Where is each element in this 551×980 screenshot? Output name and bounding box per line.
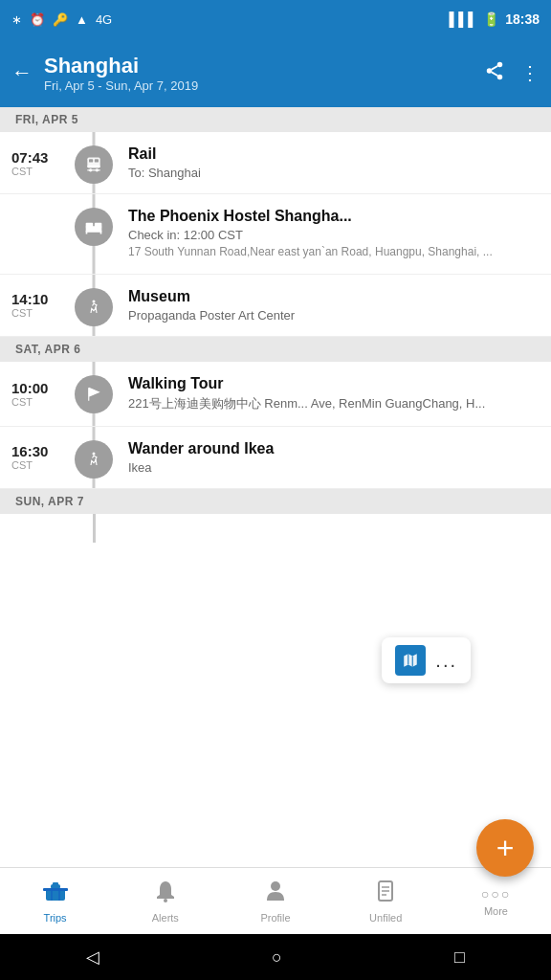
add-button[interactable]: + [476,819,534,877]
signal-icon: ▌▌▌ [449,11,477,27]
day-header-sat: SAT, APR 6 [0,337,551,362]
trips-icon [43,880,68,908]
app-bar-title-group: Shanghai Fri, Apr 5 - Sun, Apr 7, 2019 [44,54,484,93]
timeline-scroll-area[interactable]: FRI, APR 5 07:43 CST Rail To [0,107,551,867]
ikea-subtitle: Ikea [128,460,540,475]
svg-point-17 [93,300,96,302]
icon-col-museum [69,275,119,336]
bluetooth-icon: ∗ [11,12,22,27]
nav-item-more[interactable]: ○○○ More [441,868,551,934]
timeline-item-ikea[interactable]: 16:30 CST Wander around Ikea Ikea [0,427,551,489]
share-icon[interactable] [484,60,505,86]
back-sys-button[interactable]: ◁ [86,947,99,968]
svg-rect-7 [95,159,99,162]
bed-icon [75,208,113,246]
wifi-icon: ▲ [76,12,88,27]
4g-label: 4G [96,12,112,27]
svg-rect-13 [86,223,94,228]
walk-icon-ikea [75,440,113,479]
svg-point-27 [164,899,167,902]
svg-point-2 [497,74,503,79]
hostel-detail: 17 South Yunnan Road,Near east yan`an Ro… [128,244,540,260]
tz-walkingtour: CST [11,396,33,408]
hostel-subtitle: Check in: 12:00 CST [128,228,540,242]
timeline-item-walkingtour[interactable]: 10:00 CST Walking Tour 221号上海迪美购物中心 Renm… [0,362,551,427]
time-col-walkingtour: 10:00 CST [0,362,69,426]
status-icons: ∗ ⏰ 🔑 ▲ 4G [11,12,112,27]
ikea-title: Wander around Ikea [128,440,540,457]
flag-icon [75,375,113,413]
content-museum: Museum Propaganda Poster Art Center [119,275,551,336]
content-rail: Rail To: Shanghai [119,132,551,193]
recent-sys-button[interactable]: □ [454,947,465,968]
status-right: ▌▌▌ 🔋 18:38 [449,11,540,27]
bottom-nav: Trips Alerts Profile [0,867,551,934]
day-header-fri: FRI, APR 5 [0,107,551,132]
clock: 18:38 [505,11,540,27]
map-icon [395,645,426,676]
time-museum: 14:10 [11,291,48,307]
app-bar-title: Shanghai [44,54,484,78]
time-col-rail: 07:43 CST [0,132,69,193]
hostel-title: The Phoenix Hostel Shangha... [128,208,540,225]
alarm-icon: ⏰ [30,12,45,27]
profile-label: Profile [260,912,290,924]
unfiled-icon [375,880,396,908]
back-button[interactable]: ← [11,60,33,85]
walkingtour-subtitle: 221号上海迪美购物中心 Renm... Ave, RenMin GuangCh… [128,395,540,412]
content-walkingtour: Walking Tour 221号上海迪美购物中心 Renm... Ave, R… [119,362,551,426]
walk-icon-museum [75,288,113,326]
time-walkingtour: 10:00 [11,380,48,396]
battery-icon: 🔋 [483,11,499,27]
tz-rail: CST [11,166,33,177]
tz-ikea: CST [11,459,33,471]
icon-col-ikea [69,427,119,488]
more-icon[interactable]: ⋮ [520,61,540,84]
map-popup[interactable]: ... [382,637,471,683]
day-header-sun: SUN, APR 7 [0,489,551,514]
time-ikea: 16:30 [11,443,48,459]
nav-item-unfiled[interactable]: Unfiled [331,868,441,934]
more-nav-icon: ○○○ [481,886,511,902]
svg-rect-16 [100,231,102,234]
timeline-item-museum[interactable]: 14:10 CST Museum Propaganda Poster Art C… [0,275,551,337]
map-more-icon[interactable]: ... [435,650,457,672]
svg-point-28 [271,881,280,891]
svg-rect-8 [87,166,99,168]
icon-col-rail [69,132,119,193]
trips-label: Trips [44,912,67,924]
unfiled-label: Unfiled [369,912,402,924]
timeline-item-hostel[interactable]: The Phoenix Hostel Shangha... Check in: … [0,194,551,275]
more-label: More [484,905,508,917]
museum-subtitle: Propaganda Poster Art Center [128,308,540,323]
time-col-museum: 14:10 CST [0,275,69,336]
rail-title: Rail [128,145,540,163]
tz-museum: CST [11,307,33,319]
time-rail: 07:43 [11,149,48,166]
svg-line-3 [492,72,497,76]
rail-subtitle: To: Shanghai [128,166,540,180]
content-ikea: Wander around Ikea Ikea [119,427,551,488]
home-sys-button[interactable]: ○ [272,947,282,968]
train-icon [75,145,113,184]
system-nav-bar: ◁ ○ □ [0,934,551,980]
icon-col-walkingtour [69,362,119,426]
nav-item-alerts[interactable]: Alerts [110,868,220,934]
nav-item-trips[interactable]: Trips [0,868,110,934]
alerts-label: Alerts [152,912,179,924]
svg-rect-14 [95,223,102,228]
app-bar-actions: ⋮ [484,60,540,86]
svg-rect-6 [89,159,93,162]
status-bar: ∗ ⏰ 🔑 ▲ 4G ▌▌▌ 🔋 18:38 [0,0,551,38]
content-hostel: The Phoenix Hostel Shangha... Check in: … [119,194,551,274]
timeline-item-rail[interactable]: 07:43 CST Rail To: Shanghai [0,132,551,194]
svg-rect-23 [53,882,58,885]
app-bar-subtitle: Fri, Apr 5 - Sun, Apr 7, 2019 [44,78,484,93]
svg-point-0 [497,61,503,67]
museum-title: Museum [128,288,540,305]
alerts-icon [155,880,176,908]
vpn-icon: 🔑 [53,12,68,27]
svg-line-4 [492,65,497,69]
svg-rect-15 [86,231,88,234]
nav-item-profile[interactable]: Profile [220,868,330,934]
